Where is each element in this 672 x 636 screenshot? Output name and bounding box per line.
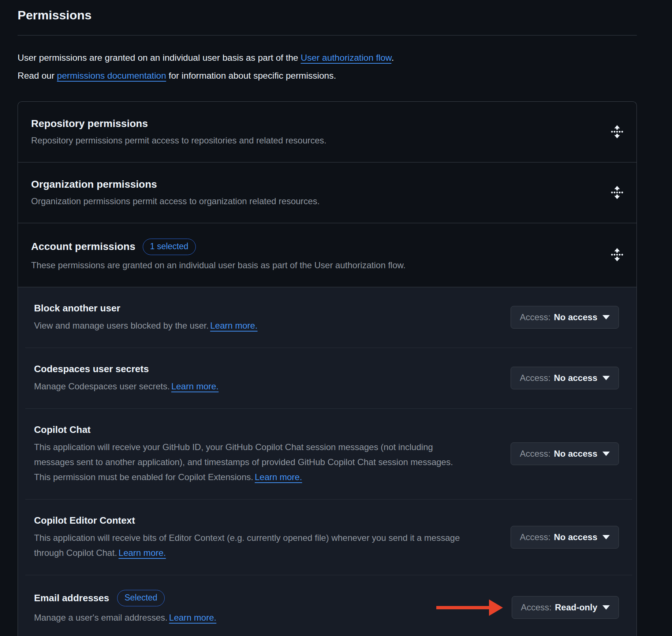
access-dropdown-codespaces-user-secrets[interactable]: Access: No access xyxy=(511,367,619,389)
permission-row-copilot-chat: Copilot Chat This application will recei… xyxy=(18,409,636,499)
chevron-down-icon xyxy=(602,605,610,610)
section-description: Organization permissions permit access t… xyxy=(31,195,320,207)
permissions-page: Permissions User permissions are granted… xyxy=(18,0,637,636)
chevron-down-icon xyxy=(602,376,610,380)
permission-description-text: View and manage users blocked by the use… xyxy=(34,321,209,330)
permission-description: Manage Codespaces user secrets.Learn mor… xyxy=(34,379,219,394)
section-text: Organization permissions Organization pe… xyxy=(31,178,320,207)
section-description: Repository permissions permit access to … xyxy=(31,135,326,146)
chevron-down-icon xyxy=(602,315,610,319)
permission-description-text: This application will receive your GitHu… xyxy=(34,442,453,482)
drag-handle-icon[interactable] xyxy=(611,186,623,199)
section-text: Repository permissions Repository permis… xyxy=(31,117,326,146)
permission-title: Block another user xyxy=(34,302,258,314)
access-value: No access xyxy=(554,449,597,459)
account-permission-rows: Block another user View and manage users… xyxy=(18,287,636,636)
permissions-box: Repository permissions Repository permis… xyxy=(18,101,637,636)
permission-title: Email addresses xyxy=(34,592,109,604)
access-label: Access: xyxy=(520,449,550,459)
permission-row-email-addresses: Email addresses Selected Manage a user's… xyxy=(18,575,636,636)
permission-row-codespaces-user-secrets: Codespaces user secrets Manage Codespace… xyxy=(18,348,636,408)
permission-row-copilot-editor-context: Copilot Editor Context This application … xyxy=(18,500,636,575)
access-dropdown-copilot-editor-context[interactable]: Access: No access xyxy=(511,526,619,549)
learn-more-link[interactable]: Learn more. xyxy=(169,613,216,622)
section-title: Organization permissions xyxy=(31,178,320,191)
section-title: Account permissions xyxy=(31,240,135,253)
section-repository-permissions: Repository permissions Repository permis… xyxy=(18,102,636,162)
permission-title: Copilot Editor Context xyxy=(34,514,470,527)
chevron-down-icon xyxy=(602,535,610,539)
permission-text: Block another user View and manage users… xyxy=(34,302,258,333)
intro-line2-text: Read our xyxy=(18,71,57,81)
red-arrow-annotation xyxy=(436,599,503,616)
permission-row-block-another-user: Block another user View and manage users… xyxy=(18,287,636,348)
permission-description: View and manage users blocked by the use… xyxy=(34,318,258,333)
permission-description-text: This application will receive bits of Ed… xyxy=(34,533,460,558)
intro-line-2: Read our permissions documentation for i… xyxy=(18,67,637,85)
learn-more-link[interactable]: Learn more. xyxy=(119,548,166,558)
section-account-permissions: Account permissions 1 selected These per… xyxy=(18,223,636,287)
selected-count-badge: 1 selected xyxy=(143,239,196,255)
permission-text: Codespaces user secrets Manage Codespace… xyxy=(34,363,219,394)
access-value: Read-only xyxy=(555,602,597,613)
access-value: No access xyxy=(554,373,597,383)
user-authorization-flow-link[interactable]: User authorization flow xyxy=(301,53,392,63)
permission-description: This application will receive your GitHu… xyxy=(34,439,470,485)
section-title-line: Account permissions 1 selected xyxy=(31,239,406,255)
intro-line1-text: User permissions are granted on an indiv… xyxy=(18,53,301,63)
chevron-down-icon xyxy=(602,452,610,456)
drag-handle-icon[interactable] xyxy=(611,248,623,261)
permission-title-line: Email addresses Selected xyxy=(34,590,216,606)
permission-text: Copilot Editor Context This application … xyxy=(34,514,470,560)
learn-more-link[interactable]: Learn more. xyxy=(255,472,302,482)
drag-handle-icon[interactable] xyxy=(611,125,623,138)
permission-title: Copilot Chat xyxy=(34,423,470,436)
access-label: Access: xyxy=(520,312,550,322)
permission-description-text: Manage a user's email addresses. xyxy=(34,613,168,622)
selected-badge: Selected xyxy=(117,590,165,606)
permission-title: Codespaces user secrets xyxy=(34,363,219,375)
intro-line2-tail: for information about specific permissio… xyxy=(166,71,336,81)
permission-description: Manage a user's email addresses.Learn mo… xyxy=(34,610,216,625)
access-label: Access: xyxy=(521,602,552,613)
permission-description-text: Manage Codespaces user secrets. xyxy=(34,381,170,391)
section-title: Repository permissions xyxy=(31,117,326,130)
intro-line1-period: . xyxy=(391,53,394,63)
section-description: These permissions are granted on an indi… xyxy=(31,259,406,271)
permission-text: Copilot Chat This application will recei… xyxy=(34,423,470,485)
intro-text: User permissions are granted on an indiv… xyxy=(18,49,637,85)
access-dropdown-email-addresses[interactable]: Access: Read-only xyxy=(512,596,619,619)
access-dropdown-copilot-chat[interactable]: Access: No access xyxy=(511,442,619,465)
access-label: Access: xyxy=(520,373,550,383)
section-organization-permissions: Organization permissions Organization pe… xyxy=(18,162,636,223)
permissions-documentation-link[interactable]: permissions documentation xyxy=(57,71,166,81)
page-title: Permissions xyxy=(18,0,637,35)
learn-more-link[interactable]: Learn more. xyxy=(210,321,257,330)
access-label: Access: xyxy=(520,532,550,542)
intro-line-1: User permissions are granted on an indiv… xyxy=(18,49,637,67)
permission-description: This application will receive bits of Ed… xyxy=(34,530,470,560)
section-text: Account permissions 1 selected These per… xyxy=(31,239,406,271)
access-dropdown-block-another-user[interactable]: Access: No access xyxy=(511,306,619,329)
permission-text: Email addresses Selected Manage a user's… xyxy=(34,590,216,625)
access-value: No access xyxy=(554,312,597,322)
access-value: No access xyxy=(554,532,597,542)
learn-more-link[interactable]: Learn more. xyxy=(171,381,219,391)
